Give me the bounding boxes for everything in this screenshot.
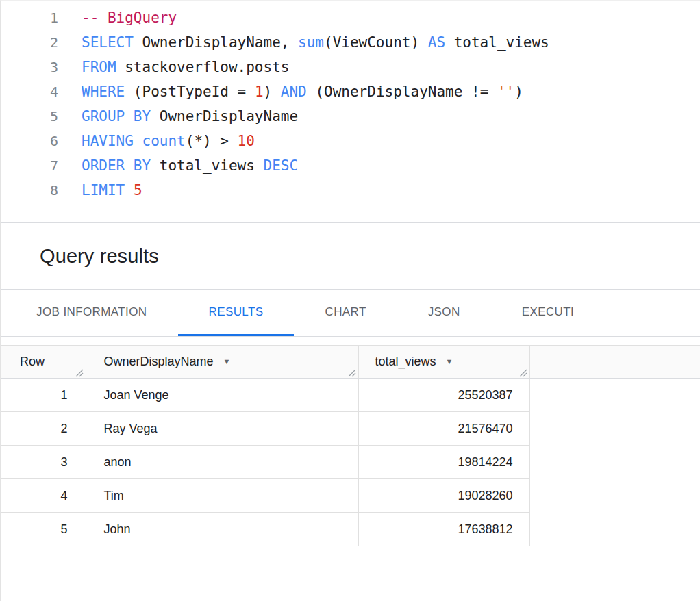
owner-display-name-cell: John bbox=[86, 513, 358, 546]
code-line[interactable]: 4WHERE (PostTypeId = 1) AND (OwnerDispla… bbox=[1, 79, 700, 104]
table-row: 2Ray Vega21576470 bbox=[1, 412, 700, 446]
code-text: FROM stackoverflow.posts bbox=[58, 55, 289, 79]
sort-dropdown-icon[interactable]: ▼ bbox=[446, 357, 453, 366]
grid-header-row: RowOwnerDisplayName▼total_views▼ bbox=[1, 346, 700, 379]
row-cell: 4 bbox=[1, 479, 86, 513]
column-resize-handle-icon[interactable] bbox=[73, 367, 84, 377]
code-line[interactable]: 8LIMIT 5 bbox=[1, 178, 700, 203]
column-header-label: total_views bbox=[375, 355, 436, 368]
code-text: HAVING count(*) > 10 bbox=[58, 129, 255, 153]
line-number: 5 bbox=[1, 104, 58, 129]
code-token-kw: LIMIT bbox=[82, 182, 125, 199]
row-cell: 3 bbox=[1, 446, 86, 479]
header-filler bbox=[529, 346, 700, 379]
code-text: SELECT OwnerDisplayName, sum(ViewCount) … bbox=[58, 30, 549, 55]
column-header-label: Row bbox=[20, 355, 45, 368]
code-token-plain: OwnerDisplayName, bbox=[134, 34, 298, 51]
tab-json[interactable]: JSON bbox=[397, 290, 491, 336]
code-text: GROUP BY OwnerDisplayName bbox=[58, 104, 298, 129]
sql-editor[interactable]: 1-- BigQuery2SELECT OwnerDisplayName, su… bbox=[1, 1, 700, 223]
owner-display-name-cell: Tim bbox=[86, 479, 358, 513]
results-grid: RowOwnerDisplayName▼total_views▼ 1Joan V… bbox=[1, 345, 700, 546]
row-cell: 5 bbox=[1, 513, 86, 546]
row-cell: 2 bbox=[1, 412, 86, 446]
code-token-kw: sum bbox=[298, 34, 324, 51]
results-title-bar: Query results bbox=[1, 223, 700, 290]
code-token-num: 5 bbox=[134, 182, 142, 199]
tab-results[interactable]: RESULTS bbox=[178, 290, 295, 336]
code-token-plain: stackoverflow.posts bbox=[116, 59, 290, 75]
tab-job-information[interactable]: JOB INFORMATION bbox=[5, 290, 178, 336]
code-token-kw: AS bbox=[428, 34, 445, 51]
owner-display-name-cell: Ray Vega bbox=[86, 412, 358, 446]
code-token-plain bbox=[125, 182, 134, 199]
code-token-str: '' bbox=[497, 84, 514, 100]
table-row: 1Joan Venge25520387 bbox=[1, 379, 700, 412]
code-token-plain: (PostTypeId = bbox=[125, 84, 255, 100]
code-token-kw: WHERE bbox=[82, 84, 125, 100]
code-token-kw: DESC bbox=[264, 157, 299, 174]
results-tab-bar: JOB INFORMATIONRESULTSCHARTJSONEXECUTI bbox=[1, 290, 700, 337]
code-token-kw: AND bbox=[281, 84, 307, 100]
code-line[interactable]: 6HAVING count(*) > 10 bbox=[1, 129, 700, 153]
column-header-row: Row bbox=[1, 346, 86, 379]
table-row: 4Tim19028260 bbox=[1, 479, 700, 513]
code-token-kw: FROM bbox=[82, 59, 116, 75]
code-line[interactable]: 5GROUP BY OwnerDisplayName bbox=[1, 104, 700, 129]
code-text: -- BigQuery bbox=[58, 5, 177, 30]
row-filler bbox=[529, 446, 700, 479]
code-text: WHERE (PostTypeId = 1) AND (OwnerDisplay… bbox=[58, 79, 523, 104]
tab-execution-details[interactable]: EXECUTI bbox=[491, 290, 605, 336]
code-line[interactable]: 1-- BigQuery bbox=[1, 5, 700, 30]
row-filler bbox=[529, 412, 700, 446]
code-line[interactable]: 3FROM stackoverflow.posts bbox=[1, 55, 700, 79]
line-number: 6 bbox=[1, 129, 58, 153]
results-table: RowOwnerDisplayName▼total_views▼ 1Joan V… bbox=[1, 345, 700, 546]
line-number: 3 bbox=[1, 55, 58, 79]
code-token-kw: SELECT bbox=[82, 34, 134, 51]
column-resize-handle-icon[interactable] bbox=[346, 367, 356, 377]
code-line[interactable]: 2SELECT OwnerDisplayName, sum(ViewCount)… bbox=[1, 30, 700, 55]
code-token-plain: total_views bbox=[445, 34, 549, 51]
row-filler bbox=[529, 479, 700, 513]
code-token-plain: ) bbox=[514, 84, 523, 100]
code-token-plain bbox=[134, 133, 142, 149]
row-filler bbox=[529, 513, 700, 546]
table-row: 5John17638812 bbox=[1, 513, 700, 546]
column-header-owner-display-name: OwnerDisplayName▼ bbox=[86, 346, 358, 379]
code-token-kw: ORDER BY bbox=[82, 157, 151, 174]
owner-display-name-cell: anon bbox=[86, 446, 358, 479]
code-line[interactable]: 7ORDER BY total_views DESC bbox=[1, 153, 700, 178]
code-token-num: 1 bbox=[255, 84, 264, 100]
code-token-num: 10 bbox=[238, 133, 255, 149]
row-filler bbox=[529, 379, 700, 412]
column-header-label: OwnerDisplayName bbox=[104, 355, 214, 368]
bigquery-query-results-panel: 1-- BigQuery2SELECT OwnerDisplayName, su… bbox=[0, 0, 700, 601]
table-row: 3anon19814224 bbox=[1, 446, 700, 479]
total-views-cell: 17638812 bbox=[358, 513, 529, 546]
owner-display-name-cell: Joan Venge bbox=[86, 379, 358, 412]
total-views-cell: 25520387 bbox=[358, 379, 529, 412]
code-token-plain: (*) > bbox=[186, 133, 238, 149]
tab-chart[interactable]: CHART bbox=[294, 290, 397, 336]
code-token-plain: ) bbox=[264, 84, 281, 100]
code-token-plain: (OwnerDisplayName != bbox=[307, 84, 497, 100]
total-views-cell: 21576470 bbox=[358, 412, 529, 446]
code-token-kw: count bbox=[142, 133, 186, 149]
code-text: LIMIT 5 bbox=[58, 178, 142, 203]
code-token-plain: (ViewCount) bbox=[324, 34, 428, 51]
code-token-kw: HAVING bbox=[82, 133, 134, 149]
column-resize-handle-icon[interactable] bbox=[517, 367, 527, 377]
row-cell: 1 bbox=[1, 379, 86, 412]
code-token-plain: total_views bbox=[151, 157, 263, 174]
code-token-comment: -- BigQuery bbox=[82, 10, 177, 26]
sort-dropdown-icon[interactable]: ▼ bbox=[223, 357, 231, 366]
code-token-kw: GROUP BY bbox=[82, 108, 151, 125]
total-views-cell: 19028260 bbox=[358, 479, 529, 513]
line-number: 1 bbox=[1, 5, 58, 30]
code-text: ORDER BY total_views DESC bbox=[58, 153, 298, 178]
line-number: 2 bbox=[1, 30, 58, 55]
line-number: 7 bbox=[1, 153, 58, 178]
line-number: 4 bbox=[1, 79, 58, 104]
column-header-total-views: total_views▼ bbox=[358, 346, 529, 379]
